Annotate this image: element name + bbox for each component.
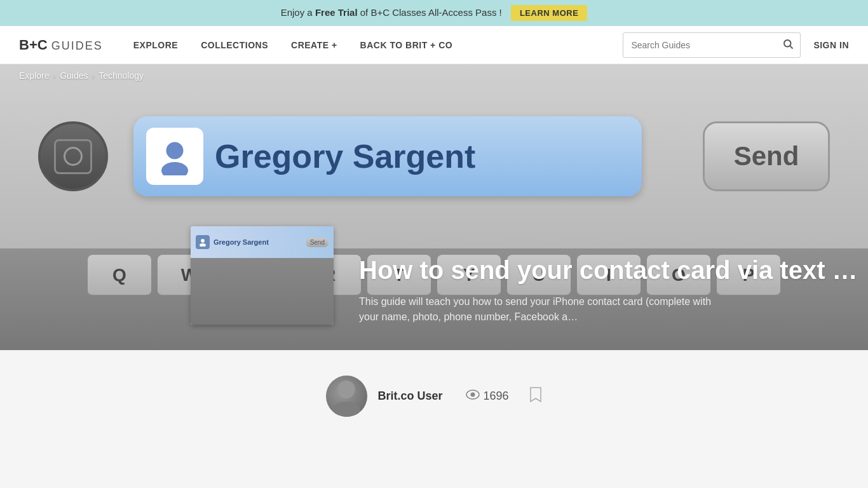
thumb-avatar-icon — [196, 235, 210, 249]
breadcrumb-sep-2: › — [92, 71, 95, 81]
avatar-placeholder — [326, 376, 367, 417]
banner-text-bold: Free Trial — [315, 7, 358, 18]
search-container — [623, 32, 801, 58]
logo-bc: B+C — [19, 37, 48, 53]
breadcrumb-sep-1: › — [53, 71, 56, 81]
learn-more-button[interactable]: LEARN MORE — [511, 5, 587, 21]
breadcrumb-explore[interactable]: Explore — [19, 71, 49, 81]
svg-rect-8 — [326, 376, 367, 417]
nav-explore[interactable]: EXPLORE — [122, 40, 189, 50]
search-button[interactable] — [776, 33, 800, 57]
breadcrumb: Explore › Guides › Technology — [19, 71, 144, 81]
author-row: Brit.co User 1696 — [326, 376, 541, 417]
breadcrumb-technology[interactable]: Technology — [98, 71, 144, 81]
views-row: 1696 — [466, 390, 509, 403]
nav-collections[interactable]: COLLECTIONS — [189, 40, 280, 50]
banner-text-prefix: Enjoy a — [281, 7, 315, 18]
thumb-top: Gregory Sargent Send — [191, 226, 334, 258]
top-banner: Enjoy a Free Trial of B+C Classes All-Ac… — [0, 0, 868, 26]
search-icon — [782, 38, 794, 50]
article-text-block: How to send your contact card via text …… — [359, 255, 868, 325]
svg-point-10 — [470, 393, 475, 397]
author-avatar — [326, 376, 367, 417]
eye-icon — [466, 390, 480, 403]
article-thumbnail: Gregory Sargent Send — [191, 226, 334, 325]
svg-line-1 — [790, 46, 793, 48]
thumb-keyboard-area — [191, 258, 334, 325]
below-hero: Brit.co User 1696 — [0, 350, 868, 442]
views-count: 1696 — [484, 390, 509, 403]
thumb-inner: Gregory Sargent Send — [191, 226, 334, 325]
breadcrumb-guides[interactable]: Guides — [60, 71, 88, 81]
logo-guides: GUIDES — [51, 39, 103, 52]
bookmark-icon[interactable] — [529, 386, 542, 407]
logo[interactable]: B+C GUIDES — [19, 37, 103, 53]
sign-in-button[interactable]: SIGN IN — [813, 40, 849, 50]
nav-create[interactable]: CREATE + — [280, 40, 349, 50]
banner-text-suffix: of B+C Classes All-Access Pass ! — [360, 7, 502, 18]
svg-point-5 — [200, 243, 206, 247]
svg-point-0 — [784, 40, 791, 47]
search-input[interactable] — [623, 35, 776, 55]
article-title: How to send your contact card via text … — [359, 255, 868, 285]
header: B+C GUIDES EXPLORE COLLECTIONS CREATE + … — [0, 26, 868, 64]
hero-content-overlay: Gregory Sargent Send How to send your co… — [0, 64, 868, 350]
main-nav: EXPLORE COLLECTIONS CREATE + BACK TO BRI… — [122, 40, 623, 50]
thumb-send-button: Send — [306, 238, 329, 247]
article-description: This guide will teach you how to send yo… — [359, 294, 715, 325]
nav-back-to-brit[interactable]: BACK TO BRIT + CO — [349, 40, 465, 50]
author-name: Brit.co User — [377, 390, 442, 403]
thumb-contact-name: Gregory Sargent — [214, 238, 269, 246]
hero-section: Gregory Sargent Send Q W E R T Y U I O P — [0, 64, 868, 350]
svg-point-4 — [201, 239, 205, 243]
